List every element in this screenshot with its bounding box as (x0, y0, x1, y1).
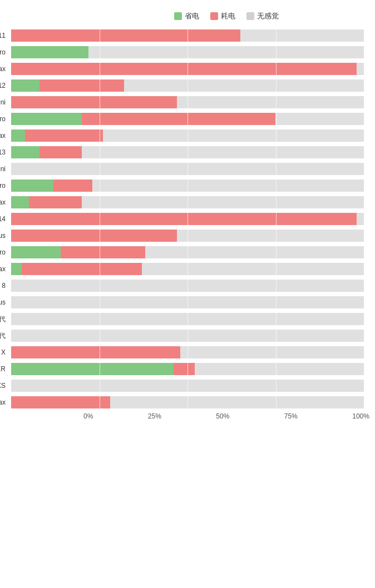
bar-track (11, 213, 364, 225)
bar-track (11, 230, 364, 242)
bar-segment-green (11, 263, 22, 275)
bar-label: iPhone 12 (0, 82, 9, 89)
bar-label: iPhone 13 Pro Max (0, 198, 9, 206)
bar-segment-red (53, 180, 92, 192)
bar-segment-red (11, 213, 357, 225)
bar-track (11, 296, 364, 308)
bar-track (11, 129, 364, 142)
bar-label: iPhone SE 第3代 (0, 332, 9, 340)
bar-segment-green (11, 146, 40, 158)
bar-track (11, 380, 364, 392)
bar-label: iPhone 14 (0, 215, 9, 223)
bar-track (11, 313, 364, 325)
legend-label: 耗电 (221, 11, 235, 21)
bar-segment-green (11, 363, 174, 375)
bar-track (11, 29, 364, 42)
bar-track (11, 280, 364, 292)
bar-row: iPhone SE 第3代 (11, 328, 364, 343)
xaxis-label: 100% (352, 412, 369, 420)
legend-item: 省电 (174, 11, 199, 21)
bar-row: iPhone 11 (11, 28, 364, 43)
bar-segment-red (174, 363, 195, 375)
bar-row: iPhone SE 第2代 (11, 311, 364, 327)
bar-row: iPhone 11 Pro (11, 44, 364, 60)
bar-segment-red (40, 79, 124, 92)
bar-track (11, 196, 364, 208)
bar-row: iPhone 14 Plus (11, 228, 364, 243)
legend-color-dot (210, 12, 218, 20)
bar-row: iPhone X (11, 345, 364, 360)
bar-label: iPhone SE 第2代 (0, 315, 9, 323)
bar-track (11, 346, 364, 358)
bar-row: iPhone 8 (11, 278, 364, 293)
bar-track (11, 396, 364, 408)
bar-label: iPhone 12 Pro Max (0, 132, 9, 139)
bar-row: iPhone 14 Pro (11, 245, 364, 260)
legend-label: 省电 (185, 11, 199, 21)
bar-row: iPhone 12 mini (11, 94, 364, 110)
legend-item: 耗电 (210, 11, 235, 21)
bar-row: iPhone 13 Pro (11, 178, 364, 193)
bar-segment-red (11, 396, 110, 408)
bar-row: iPhone 14 (11, 211, 364, 227)
bar-label: iPhone 8 Plus (0, 298, 9, 306)
bar-label: iPhone 14 Pro Max (0, 265, 9, 273)
bar-row: iPhone 13 mini (11, 161, 364, 177)
bar-label: iPhone 12 Pro (0, 115, 9, 123)
xaxis-label: 25% (148, 412, 161, 420)
bar-label: iPhone 14 Pro (0, 248, 9, 256)
xaxis-label: 0% (83, 412, 93, 420)
bar-track (11, 263, 364, 275)
bar-segment-green (11, 180, 53, 192)
bar-track (11, 146, 364, 158)
bar-segment-red (11, 63, 357, 75)
bar-segment-green (11, 129, 25, 142)
bar-label: iPhone 13 (0, 148, 9, 156)
xaxis-label: 50% (216, 412, 229, 420)
bar-segment-red (40, 146, 82, 158)
bar-row: iPhone 13 Pro Max (11, 195, 364, 210)
bar-label: iPhone 13 mini (0, 165, 9, 173)
bar-row: iPhone XS (11, 378, 364, 393)
bar-track (11, 96, 364, 108)
bar-segment-red (11, 230, 177, 242)
bar-row: iPhone 12 Pro (11, 111, 364, 127)
chart-container: 省电耗电无感觉 iPhone 11iPhone 11 ProiPhone 11 … (0, 6, 375, 437)
bar-segment-red (61, 246, 145, 258)
bar-row: iPhone 14 Pro Max (11, 261, 364, 277)
bar-segment-green (11, 113, 82, 125)
bar-segment-red (82, 113, 276, 125)
bar-track (11, 180, 364, 192)
bar-track (11, 63, 364, 75)
legend-item: 无感觉 (246, 11, 279, 21)
legend: 省电耗电无感觉 (83, 11, 369, 21)
bar-label: iPhone XR (0, 365, 9, 373)
bar-row: iPhone 13 (11, 144, 364, 160)
bar-row: iPhone XR (11, 361, 364, 377)
bar-label: iPhone XS (0, 382, 9, 390)
legend-label: 无感觉 (257, 11, 279, 21)
bar-segment-red (25, 129, 102, 142)
bar-label: iPhone 12 mini (0, 98, 9, 106)
bar-row: iPhone 12 (11, 78, 364, 93)
bar-label: iPhone XS Max (0, 398, 9, 406)
bar-track (11, 79, 364, 92)
bar-label: iPhone 11 Pro (0, 48, 9, 56)
bar-segment-red (22, 263, 142, 275)
legend-color-dot (246, 12, 254, 20)
bar-label: iPhone 8 (0, 282, 9, 290)
bar-label: iPhone 14 Plus (0, 232, 9, 240)
bar-segment-green (11, 246, 61, 258)
xaxis-label: 75% (284, 412, 298, 420)
bar-label: iPhone 11 Pro Max (0, 65, 9, 73)
bar-label: iPhone 11 (0, 32, 9, 39)
bar-segment-red (11, 29, 240, 42)
bar-track (11, 330, 364, 342)
bar-segment-green (11, 196, 29, 208)
bar-row: iPhone XS Max (11, 395, 364, 410)
bar-segment-green (11, 79, 40, 92)
bar-row: iPhone 12 Pro Max (11, 128, 364, 143)
bar-row: iPhone 8 Plus (11, 295, 364, 310)
bar-segment-red (29, 196, 82, 208)
bar-segment-green (11, 46, 88, 58)
